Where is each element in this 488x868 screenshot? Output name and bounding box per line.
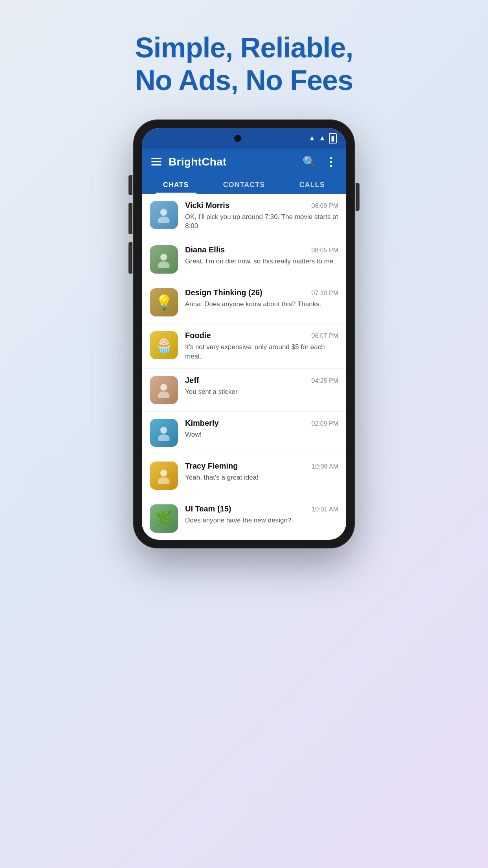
phone-screen: ▲ ▲ ▮ BrightChat 🔍 ⋮ CHATS bbox=[142, 128, 346, 540]
chat-item[interactable]: 💡 Design Thinking (26) 07:30 PM Anna: Do… bbox=[142, 281, 346, 324]
chat-header: Design Thinking (26) 07:30 PM bbox=[185, 288, 338, 297]
chat-header: UI Team (15) 10:01 AM bbox=[185, 504, 338, 513]
avatar bbox=[150, 376, 178, 404]
chat-header: Jeff 04:25 PM bbox=[185, 376, 338, 385]
chat-item[interactable]: Kimberly 02:09 PM Wow! bbox=[142, 412, 346, 454]
chat-name: UI Team (15) bbox=[185, 504, 231, 513]
chat-content: Tracy Fleming 10:09 AM Yeah, that's a gr… bbox=[185, 462, 338, 482]
chat-header: Vicki Morris 08:09 PM bbox=[185, 201, 338, 210]
avatar bbox=[150, 245, 178, 274]
chat-content: Foodie 06:07 PM It's not very expensive,… bbox=[185, 331, 338, 361]
chat-item[interactable]: Diana Ellis 08:05 PM Great. I'm on diet … bbox=[142, 238, 346, 281]
chat-time: 06:07 PM bbox=[312, 333, 338, 340]
chat-header: Tracy Fleming 10:09 AM bbox=[185, 462, 338, 471]
app-bar-right: 🔍 ⋮ bbox=[303, 156, 337, 168]
chat-preview: Does anyone have the new design? bbox=[185, 516, 338, 525]
chat-preview: Anna: Does anyone know about this? Thank… bbox=[185, 300, 338, 309]
chat-preview: Yeah, that's a great idea! bbox=[185, 473, 338, 482]
svg-point-0 bbox=[160, 209, 167, 215]
app-title: BrightChat bbox=[169, 156, 227, 168]
chat-time: 07:30 PM bbox=[312, 290, 338, 297]
search-button[interactable]: 🔍 bbox=[303, 156, 316, 167]
chat-time: 08:05 PM bbox=[312, 247, 338, 254]
chat-item[interactable]: Jeff 04:25 PM You sent a sticker bbox=[142, 369, 346, 412]
tagline-line2: No Ads, No Fees bbox=[135, 64, 353, 96]
chat-item[interactable]: 🧁 Foodie 06:07 PM It's not very expensiv… bbox=[142, 324, 346, 369]
app-tagline: Simple, Reliable, No Ads, No Fees bbox=[135, 31, 353, 97]
avatar bbox=[150, 419, 178, 447]
svg-point-1 bbox=[158, 217, 170, 223]
chat-content: Vicki Morris 08:09 PM OK, I'll pick you … bbox=[185, 201, 338, 231]
chat-content: Kimberly 02:09 PM Wow! bbox=[185, 419, 338, 440]
chat-item[interactable]: Tracy Fleming 10:09 AM Yeah, that's a gr… bbox=[142, 454, 346, 497]
signal-icon: ▲ bbox=[319, 134, 326, 142]
hamburger-line-3 bbox=[151, 164, 161, 166]
chat-time: 08:09 PM bbox=[312, 202, 338, 210]
chat-content: Design Thinking (26) 07:30 PM Anna: Does… bbox=[185, 288, 338, 309]
svg-point-6 bbox=[160, 427, 167, 434]
chat-header: Foodie 06:07 PM bbox=[185, 331, 338, 340]
chat-preview: Great. I'm on diet now, so this really m… bbox=[185, 257, 338, 266]
avatar bbox=[150, 201, 178, 229]
app-bar: BrightChat 🔍 ⋮ bbox=[142, 149, 346, 175]
chat-time: 10:01 AM bbox=[312, 506, 338, 513]
chat-header: Diana Ellis 08:05 PM bbox=[185, 245, 338, 254]
battery-icon: ▮ bbox=[329, 133, 337, 143]
chat-time: 10:09 AM bbox=[312, 463, 338, 470]
chat-name: Diana Ellis bbox=[185, 245, 225, 254]
chat-preview: Wow! bbox=[185, 430, 338, 440]
chat-item[interactable]: Vicki Morris 08:09 PM OK, I'll pick you … bbox=[142, 194, 346, 239]
more-menu-button[interactable]: ⋮ bbox=[325, 156, 337, 168]
svg-point-3 bbox=[158, 261, 170, 268]
menu-button[interactable] bbox=[151, 158, 161, 166]
chat-preview: It's not very expensive, only around $5 … bbox=[185, 342, 338, 361]
chat-time: 02:09 PM bbox=[312, 420, 338, 427]
avatar: 💡 bbox=[150, 288, 178, 316]
wifi-icon: ▲ bbox=[308, 134, 316, 142]
avatar: 🌿 bbox=[150, 504, 178, 533]
avatar bbox=[150, 462, 178, 490]
hamburger-line-1 bbox=[151, 158, 161, 159]
chat-name: Jeff bbox=[185, 376, 199, 385]
tagline-line1: Simple, Reliable, bbox=[135, 32, 353, 63]
svg-point-7 bbox=[158, 434, 170, 441]
hamburger-line-2 bbox=[151, 161, 161, 162]
tab-chats[interactable]: CHATS bbox=[142, 175, 210, 194]
phone-mockup: ▲ ▲ ▮ BrightChat 🔍 ⋮ CHATS bbox=[134, 120, 354, 548]
chat-content: UI Team (15) 10:01 AM Does anyone have t… bbox=[185, 504, 338, 525]
chat-preview: You sent a sticker bbox=[185, 387, 338, 397]
chat-item[interactable]: 🌿 UI Team (15) 10:01 AM Does anyone have… bbox=[142, 497, 346, 540]
avatar: 🧁 bbox=[150, 331, 178, 359]
chat-name: Design Thinking (26) bbox=[185, 288, 262, 297]
chat-name: Foodie bbox=[185, 331, 211, 340]
chat-list: Vicki Morris 08:09 PM OK, I'll pick you … bbox=[142, 194, 346, 540]
svg-point-4 bbox=[160, 384, 167, 391]
svg-point-2 bbox=[160, 254, 167, 260]
tab-calls[interactable]: CALLS bbox=[278, 175, 346, 194]
svg-point-8 bbox=[160, 470, 167, 476]
chat-name: Kimberly bbox=[185, 419, 219, 428]
tabs-bar: CHATS CONTACTS CALLS bbox=[142, 175, 346, 194]
svg-point-9 bbox=[158, 477, 170, 484]
tab-contacts[interactable]: CONTACTS bbox=[210, 175, 278, 194]
status-icons: ▲ ▲ ▮ bbox=[308, 133, 337, 143]
svg-point-5 bbox=[158, 392, 170, 398]
chat-preview: OK, I'll pick you up around 7:30. The mo… bbox=[185, 212, 338, 231]
app-bar-left: BrightChat bbox=[151, 156, 227, 168]
chat-content: Diana Ellis 08:05 PM Great. I'm on diet … bbox=[185, 245, 338, 266]
chat-header: Kimberly 02:09 PM bbox=[185, 419, 338, 428]
chat-name: Tracy Fleming bbox=[185, 462, 238, 471]
status-bar: ▲ ▲ ▮ bbox=[142, 128, 346, 149]
chat-time: 04:25 PM bbox=[312, 377, 338, 384]
chat-content: Jeff 04:25 PM You sent a sticker bbox=[185, 376, 338, 397]
chat-name: Vicki Morris bbox=[185, 201, 229, 210]
